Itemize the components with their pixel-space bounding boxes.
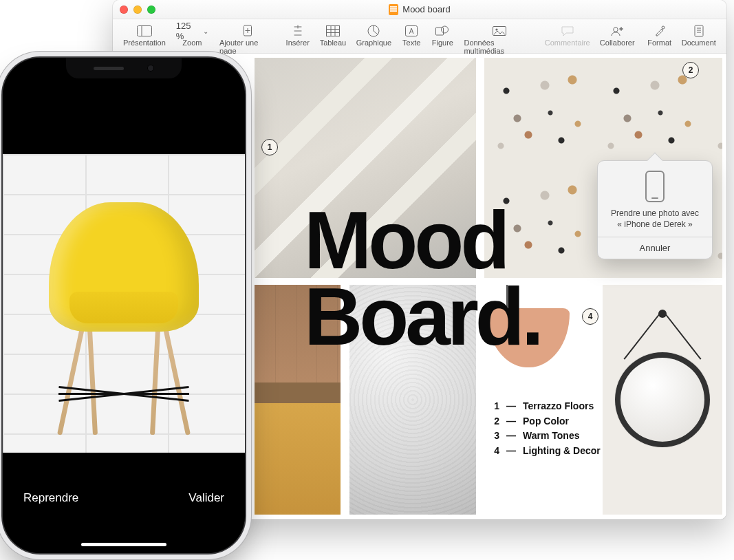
- text-icon: A: [405, 23, 418, 39]
- format-icon: [654, 23, 666, 39]
- yellow-chair-photo: [38, 187, 210, 435]
- document-button[interactable]: Document: [678, 22, 720, 48]
- window-title-text: Mood board: [402, 4, 450, 14]
- continuity-camera-popover: Prendre une photo avec « iPhone de Derek…: [597, 160, 713, 259]
- annotation-badge-4: 4: [582, 308, 598, 325]
- svg-rect-15: [493, 27, 506, 36]
- iphone-device: Reprendre Valider: [3, 58, 245, 553]
- iphone-notch: [66, 58, 182, 78]
- format-button[interactable]: Format: [644, 22, 676, 48]
- chart-icon: [367, 23, 380, 39]
- insert-icon: [293, 23, 303, 39]
- comment-button[interactable]: Commentaire: [541, 22, 594, 48]
- legend-item: 1 — Terrazzo Floors: [491, 399, 601, 414]
- svg-point-16: [495, 28, 497, 30]
- insert-label: Insérer: [286, 39, 310, 47]
- legend-list[interactable]: 1 — Terrazzo Floors 2 — Pop Color 3 — Wa…: [491, 399, 601, 459]
- svg-point-21: [662, 26, 665, 29]
- insert-button[interactable]: Insérer: [282, 22, 313, 48]
- format-label: Format: [647, 39, 671, 47]
- collaborate-label: Collaborer: [600, 39, 635, 47]
- heading-line-1: Mood: [304, 202, 541, 279]
- table-label: Tableau: [320, 39, 347, 47]
- toolbar: Présentation 125 % ⌄ Zoom Ajouter une pa…: [113, 19, 726, 54]
- add-page-label: Ajouter une page: [219, 39, 275, 55]
- comment-label: Commentaire: [545, 39, 590, 47]
- heading-line-2: Board.: [304, 279, 541, 355]
- shape-label: Figure: [432, 39, 453, 47]
- svg-rect-22: [695, 25, 703, 36]
- view-button[interactable]: Présentation: [120, 22, 169, 48]
- popover-text: Prendre une photo avec « iPhone de Derek…: [605, 208, 705, 237]
- comment-icon: [561, 23, 574, 39]
- svg-text:A: A: [409, 28, 414, 35]
- camera-preview[interactable]: [3, 154, 245, 453]
- legend-item: 4 — Lighting & Decor: [491, 444, 601, 459]
- titlebar: Mood board: [113, 0, 726, 19]
- camera-action-bar: Reprendre Valider: [3, 482, 245, 515]
- svg-point-17: [614, 28, 618, 32]
- image-warm-couch[interactable]: [255, 383, 341, 515]
- sidebar-icon: [137, 23, 152, 39]
- front-camera-icon: [147, 65, 154, 72]
- text-label: Texte: [402, 39, 420, 47]
- document-panel-icon: [693, 23, 704, 39]
- svg-point-14: [442, 26, 449, 33]
- table-button[interactable]: Tableau: [316, 22, 349, 48]
- add-page-button[interactable]: Ajouter une page: [215, 22, 279, 56]
- svg-rect-5: [326, 26, 339, 36]
- document-panel-label: Document: [682, 39, 716, 47]
- collaborate-icon: [610, 23, 624, 39]
- media-button[interactable]: Données multimédias: [460, 22, 538, 56]
- chevron-down-icon: ⌄: [203, 28, 208, 35]
- chart-button[interactable]: Graphique: [353, 22, 396, 48]
- media-label: Données multimédias: [464, 39, 534, 55]
- iphone-screen: Reprendre Valider: [3, 58, 245, 553]
- popover-cancel-button[interactable]: Annuler: [598, 237, 712, 259]
- zoom-label: Zoom: [182, 39, 202, 47]
- media-icon: [493, 23, 506, 39]
- annotation-badge-2: 2: [682, 62, 699, 78]
- speaker-icon: [94, 67, 124, 70]
- svg-rect-13: [436, 28, 444, 35]
- svg-rect-0: [137, 26, 151, 36]
- legend-item: 2 — Pop Color: [491, 414, 601, 429]
- table-icon: [326, 23, 340, 39]
- add-page-icon: [241, 23, 254, 39]
- home-indicator[interactable]: [81, 543, 166, 546]
- iphone-outline-icon: [645, 171, 665, 202]
- image-round-mirror[interactable]: [603, 285, 722, 515]
- shape-icon: [435, 23, 449, 39]
- zoom-button[interactable]: 125 % ⌄ Zoom: [172, 22, 213, 48]
- use-photo-button[interactable]: Valider: [188, 491, 224, 505]
- text-button[interactable]: A Texte: [398, 22, 425, 48]
- chart-label: Graphique: [356, 39, 391, 47]
- window-title: Mood board: [113, 4, 726, 15]
- annotation-badge-1: 1: [261, 139, 278, 155]
- page-heading[interactable]: Mood Board.: [304, 202, 541, 355]
- collaborate-button[interactable]: Collaborer: [596, 22, 638, 48]
- shape-button[interactable]: Figure: [428, 22, 457, 48]
- mirror-graphic: [615, 310, 710, 447]
- retake-button[interactable]: Reprendre: [23, 491, 78, 505]
- legend-item: 3 — Warm Tones: [491, 429, 601, 444]
- view-label: Présentation: [123, 39, 166, 47]
- document-icon: [389, 4, 398, 15]
